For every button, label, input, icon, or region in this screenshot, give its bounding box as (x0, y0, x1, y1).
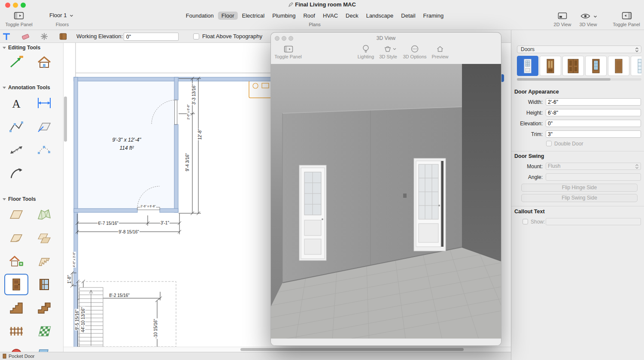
float-topography-checkbox[interactable] (193, 33, 199, 39)
3d-style-bucket-icon[interactable] (384, 45, 392, 53)
toggle-panel-label[interactable]: Toggle Panel (274, 54, 302, 59)
materials-book-icon[interactable] (58, 32, 68, 41)
angle-input[interactable] (546, 173, 641, 181)
thumbnails-scrollbar[interactable] (517, 78, 641, 81)
sidebar-scrollbar-thumb[interactable] (64, 97, 67, 142)
tab-deck[interactable]: Deck (342, 12, 362, 20)
tab-detail[interactable]: Detail (398, 12, 419, 20)
chevron-down-icon[interactable] (393, 48, 396, 50)
3d-options-label[interactable]: 3D Options (403, 54, 426, 59)
door-thumb-louvered[interactable] (608, 56, 629, 76)
tab-floor[interactable]: Floor (218, 12, 238, 20)
3d-view-window[interactable]: 3D View Toggle Panel Lighting 3D Style (270, 32, 501, 346)
toggle-panel-left-label[interactable]: Toggle Panel (5, 22, 33, 27)
tool-path-annotation[interactable] (32, 139, 56, 160)
preview-label[interactable]: Preview (431, 54, 448, 59)
double-door-checkbox[interactable] (546, 141, 552, 146)
canvas-horizontal-scrollbar[interactable] (64, 347, 511, 352)
lighting-label[interactable]: Lighting (358, 54, 374, 59)
dim-label: 9'-8 15/16" (118, 230, 140, 234)
tab-hvac[interactable]: HVAC (319, 12, 341, 20)
dim-label: 9'-5 15/16" (75, 309, 79, 330)
flip-swing-button[interactable]: Flip Swing Side (521, 194, 638, 202)
3d-scene[interactable] (271, 64, 501, 339)
callout-text-input[interactable] (546, 218, 641, 225)
height-input[interactable] (546, 109, 641, 116)
editing-tools-header[interactable]: Editing Tools (3, 45, 40, 51)
tool-column[interactable] (4, 343, 28, 352)
tool-select-arrow[interactable] (4, 51, 28, 73)
tool-edit-house[interactable] (32, 51, 56, 73)
tool-polyline-dimension[interactable] (4, 116, 28, 137)
mount-label: Mount: (513, 163, 543, 169)
double-door-label[interactable]: Double Door (554, 141, 583, 147)
annotation-tools-header[interactable]: Annotation Tools (3, 85, 50, 91)
3d-view-label[interactable]: 3D View (580, 22, 597, 27)
toggle-panel-right-label[interactable]: Toggle Panel (613, 22, 640, 27)
tool-curve-arrow[interactable] (4, 162, 28, 184)
eraser-tool-icon[interactable] (21, 32, 30, 41)
disclosure-triangle-icon (3, 87, 6, 89)
floor-selector[interactable]: Floor 1 (49, 12, 73, 18)
mount-dropdown[interactable]: Flush (546, 163, 641, 170)
library-category-dropdown[interactable]: Doors (517, 45, 641, 53)
drafting-tool-icon[interactable] (2, 32, 11, 41)
3d-view-eye-icon[interactable] (580, 13, 590, 19)
thumbnails-scrollbar-thumb[interactable] (517, 78, 611, 81)
tool-text[interactable]: A (4, 92, 28, 114)
tool-floor-copy[interactable] (32, 227, 56, 249)
tool-l-stairs[interactable] (32, 297, 56, 319)
width-input[interactable] (546, 98, 641, 106)
tool-railing[interactable] (4, 321, 28, 342)
toggle-panel-icon[interactable] (284, 45, 293, 53)
tool-floor-cutout[interactable] (32, 251, 56, 272)
hscroll-thumb[interactable] (240, 348, 464, 351)
3d-style-label[interactable]: 3D Style (379, 54, 397, 59)
tool-panel[interactable] (32, 343, 56, 352)
tool-floor-map[interactable] (32, 204, 56, 225)
lighting-bulb-icon[interactable] (362, 45, 370, 53)
door-thumb-glass[interactable] (585, 56, 607, 76)
preview-house-icon[interactable] (436, 45, 444, 53)
tool-marked-dimension[interactable] (4, 139, 28, 160)
floors-caption: Floors (56, 22, 69, 27)
working-elevation-input[interactable] (124, 33, 179, 41)
tool-area-dimension[interactable] (32, 116, 56, 137)
dim-label: 3'-1" (160, 221, 170, 225)
door-thumb-selected[interactable] (517, 56, 538, 76)
tool-ceiling[interactable] (4, 227, 28, 249)
float-topography-label[interactable]: Float Above Topography (202, 33, 262, 39)
tool-straight-stairs[interactable] (4, 297, 28, 319)
tab-electrical[interactable]: Electrical (238, 12, 268, 20)
door-thumb-double[interactable] (562, 56, 584, 76)
tool-window[interactable] (32, 274, 56, 295)
tab-roof[interactable]: Roof (300, 12, 318, 20)
tab-landscape[interactable]: Landscape (363, 12, 397, 20)
fixture-size-label: 4'-6" x 3'-6" (73, 251, 76, 267)
3d-options-icon[interactable] (411, 45, 419, 53)
callout-show-checkbox[interactable] (522, 219, 528, 224)
snap-settings-icon[interactable] (39, 32, 49, 41)
tool-floor-material[interactable] (32, 321, 56, 342)
door-thumb-french[interactable] (631, 56, 641, 76)
flip-hinge-button[interactable]: Flip Hinge Side (521, 184, 638, 192)
tool-roof-house[interactable] (4, 251, 28, 272)
toggle-right-panel-icon[interactable] (622, 12, 632, 20)
toolbar: Final Living room MAC Toggle Panel Floor… (0, 0, 644, 30)
2d-view-icon[interactable] (558, 12, 567, 20)
tab-foundation[interactable]: Foundation (182, 12, 217, 20)
elevation-input[interactable] (546, 120, 641, 127)
status-text: Pocket Door (9, 354, 35, 359)
floor-tools-header[interactable]: Floor Tools (3, 196, 36, 202)
3d-view-chevron-icon[interactable] (593, 15, 597, 18)
door-thumb-wood[interactable] (540, 56, 561, 76)
tab-plumbing[interactable]: Plumbing (269, 12, 299, 20)
toggle-left-panel-icon[interactable] (14, 12, 24, 20)
tool-dimension[interactable] (32, 92, 56, 114)
tool-door[interactable] (4, 274, 28, 295)
svg-text:A: A (12, 97, 21, 110)
tab-framing[interactable]: Framing (420, 12, 447, 20)
tool-floor[interactable] (4, 204, 28, 225)
2d-view-label[interactable]: 2D View (554, 22, 571, 27)
trim-input[interactable] (546, 130, 641, 138)
